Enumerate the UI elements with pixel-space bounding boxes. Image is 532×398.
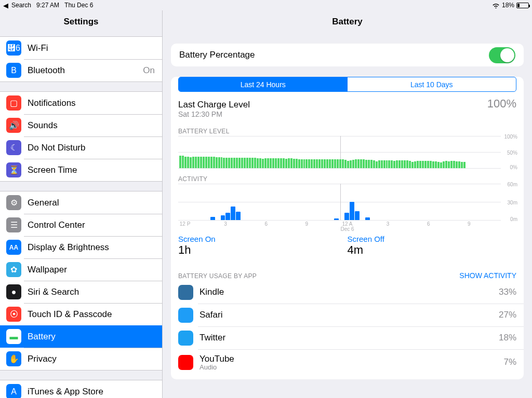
app-sublabel: Audio [200,363,503,371]
fingerprint-icon: ⦿ [6,307,21,322]
app-usage-row[interactable]: YouTubeAudio7% [171,349,524,375]
sidebar-item-battery[interactable]: ▬Battery [0,325,162,348]
sidebar-item-notifications[interactable]: ▢Notifications [0,92,162,114]
flower-icon: ✿ [6,262,21,277]
detail-pane: Battery Battery Percentage Last 24 Hours… [163,10,532,398]
battery-icon: ▬ [6,329,21,344]
notifications-icon: ▢ [6,95,21,111]
battery-usage-card: Last 24 Hours Last 10 Days Last Charge L… [171,77,524,379]
app-icon [178,308,193,323]
sidebar-item-itunes-app-store[interactable]: AiTunes & App Store [0,380,162,398]
sidebar-item-label: Control Center [28,220,162,230]
segment-last-24h[interactable]: Last 24 Hours [179,77,348,91]
sidebar-item-label: Wi-Fi [28,43,162,53]
back-caret-icon[interactable]: ◀ [3,2,8,9]
battery-level-label: BATTERY LEVEL [171,120,524,136]
battery-percentage-label: Battery Percentage [179,50,489,60]
status-time: 9:27 AM [36,2,59,9]
sidebar-item-value: On [143,65,162,76]
status-battery-pct: 18% [502,2,514,9]
screen-on-label: Screen On [178,235,348,243]
app-percentage: 18% [499,333,516,343]
sidebar-item-label: Screen Time [28,165,162,175]
sidebar-title: Settings [0,10,162,33]
sounds-icon: 🔊 [6,118,21,133]
sidebar-item-bluetooth[interactable]: BBluetoothOn [0,59,162,81]
app-icon [178,355,193,370]
app-icon [178,285,193,300]
app-name: Kindle [200,287,499,297]
settings-sidebar: Settings ὏6Wi-FiBBluetoothOn▢Notificatio… [0,10,163,398]
moon-icon: ☾ [6,140,21,155]
usage-by-app-label: BATTERY USAGE BY APP [178,272,257,280]
sidebar-item-label: Bluetooth [28,65,143,76]
sidebar-item-label: Privacy [28,354,162,364]
battery-percentage-toggle[interactable] [489,47,515,63]
gear-icon: ⚙ [6,195,21,210]
sidebar-item-do-not-disturb[interactable]: ☾Do Not Disturb [0,136,162,159]
siri-icon: ● [6,284,21,299]
wifi-icon [492,3,500,8]
sidebar-item-sounds[interactable]: 🔊Sounds [0,114,162,136]
status-date: Thu Dec 6 [64,2,93,9]
app-name: Twitter [200,333,499,343]
last-charge-value: 100% [487,97,516,111]
sidebar-item-wi-fi[interactable]: ὏6Wi-Fi [0,37,162,59]
last-charge-title: Last Charge Level [178,100,487,110]
time-range-segmented[interactable]: Last 24 Hours Last 10 Days [178,77,516,92]
bluetooth-icon: B [6,63,21,78]
sidebar-item-label: Siri & Search [28,287,162,297]
screen-off-label: Screen Off [348,235,517,243]
hourglass-icon: ⏳ [6,162,21,177]
chart-xaxis: 12 P36912 A369Dec 6 [178,220,516,230]
battery-level-chart: 100% 50% 0% [178,136,516,168]
appstore-icon: A [6,384,21,398]
sidebar-item-label: Display & Brightness [28,242,162,253]
sidebar-item-label: Sounds [28,120,162,131]
hand-icon: ✋ [6,351,21,366]
app-percentage: 27% [499,310,516,320]
sidebar-item-label: iTunes & App Store [28,387,162,397]
sidebar-item-label: Notifications [28,98,162,108]
sidebar-item-general[interactable]: ⚙General [0,191,162,214]
app-usage-row[interactable]: Kindle33% [171,281,524,304]
app-usage-row[interactable]: Twitter18% [171,326,524,349]
app-percentage: 33% [499,287,516,297]
sidebar-item-screen-time[interactable]: ⏳Screen Time [0,159,162,181]
sidebar-item-touch-id-passcode[interactable]: ⦿Touch ID & Passcode [0,303,162,325]
status-bar: ◀ Search 9:27 AM Thu Dec 6 18% [0,0,532,10]
sidebar-item-wallpaper[interactable]: ✿Wallpaper [0,258,162,281]
screen-off-value: 4m [348,243,517,257]
wifi-icon: ὏6 [6,40,21,56]
activity-label: ACTIVITY [171,168,524,184]
sidebar-item-label: Wallpaper [28,265,162,275]
sidebar-item-control-center[interactable]: ☰Control Center [0,214,162,236]
app-name: Safari [200,310,499,320]
battery-percentage-row: Battery Percentage [171,44,524,66]
app-icon [178,331,193,346]
sidebar-item-label: Battery [28,332,162,342]
app-usage-row[interactable]: Safari27% [171,304,524,326]
sidebar-item-label: Do Not Disturb [28,143,162,153]
app-name: YouTubeAudio [200,354,503,371]
last-charge-time: Sat 12:30 PM [178,110,487,118]
aa-icon: AA [6,240,21,255]
sidebar-item-siri-search[interactable]: ●Siri & Search [0,281,162,303]
detail-title: Battery [163,10,532,33]
sidebar-item-label: Touch ID & Passcode [28,309,162,320]
activity-chart: 60m 30m 0m [178,184,516,220]
sidebar-item-display-brightness[interactable]: AADisplay & Brightness [0,236,162,258]
toggles-icon: ☰ [6,217,21,232]
sidebar-item-privacy[interactable]: ✋Privacy [0,348,162,370]
battery-icon [516,3,529,8]
screen-on-value: 1h [178,243,348,257]
app-percentage: 7% [503,357,516,367]
show-activity-link[interactable]: SHOW ACTIVITY [459,271,516,280]
status-back-label[interactable]: Search [11,2,31,9]
segment-last-10d[interactable]: Last 10 Days [348,77,516,91]
sidebar-item-label: General [28,198,162,208]
